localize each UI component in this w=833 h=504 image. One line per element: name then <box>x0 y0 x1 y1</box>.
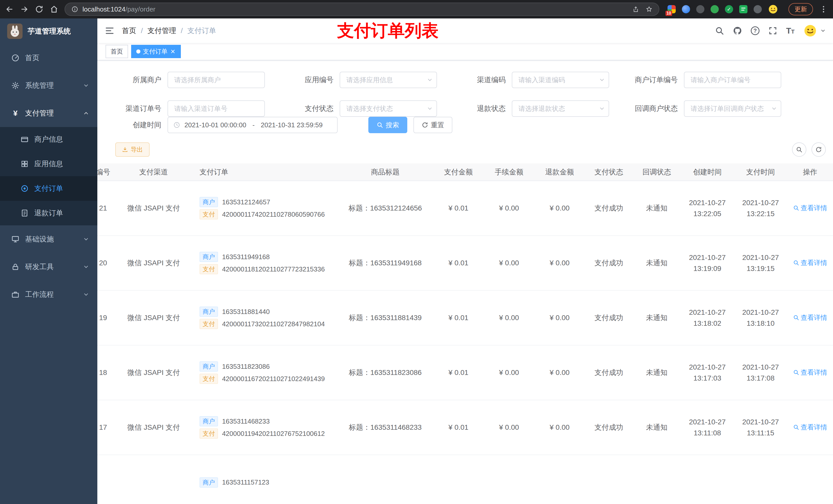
sidebar-item-app-info[interactable]: 应用信息 <box>0 152 97 176</box>
filter-field-merchant-order-no: 商户订单编号 <box>632 72 781 88</box>
extension-icon-blue[interactable] <box>682 5 690 13</box>
filter-label-notify-status: 回调商户状态 <box>632 104 684 114</box>
create-time-range-picker[interactable]: 2021-10-01 00:00:00 - 2021-10-31 23:59:5… <box>168 117 338 133</box>
extension-icon-check[interactable]: ✓ <box>725 5 733 13</box>
view-detail-link[interactable]: 查看详情 <box>793 313 827 322</box>
table-header-row: 编号支付渠道支付订单商品标题支付金额手续金额退款金额支付状态回调状态创建时间支付… <box>97 163 833 181</box>
cell-create-time: 2021-10-2713:11:08 <box>681 400 734 455</box>
table-body: 21微信 JSAPI 支付商户1635312124657支付4200001174… <box>97 181 833 504</box>
cell-action: 查看详情 <box>787 290 833 345</box>
table-toolbar: 导出 <box>97 133 833 157</box>
browser-profile-avatar[interactable] <box>768 4 778 14</box>
channel-order-no: 4200001194202110276752100612 <box>222 430 325 438</box>
sidebar-item-payment[interactable]: ¥支付管理 <box>0 99 97 127</box>
cell-empty <box>534 455 585 504</box>
channel-tag: 支付 <box>199 374 218 384</box>
sidebar-toggle-button[interactable] <box>97 19 122 43</box>
table-row: 18微信 JSAPI 支付商户1635311823086支付4200001167… <box>97 345 833 400</box>
cell-pay-status: 支付成功 <box>585 181 633 236</box>
refresh-table-button[interactable] <box>811 142 826 157</box>
app-no-select[interactable] <box>340 72 437 88</box>
channel-order-no: 4200001167202110271022491439 <box>222 375 325 383</box>
column-header-pay-status: 支付状态 <box>585 163 633 181</box>
site-info-icon[interactable] <box>71 6 78 13</box>
sidebar-item-home[interactable]: 首页 <box>0 44 97 72</box>
cell-refund-amount: ¥ 0.00 <box>534 345 585 400</box>
merchant-tag: 商户 <box>199 477 218 488</box>
channel-code-select[interactable] <box>512 72 609 88</box>
date-start[interactable]: 2021-10-01 00:00:00 <box>185 121 246 129</box>
cell-action: 查看详情 <box>787 181 833 236</box>
merchant-order-no-input[interactable] <box>684 72 781 88</box>
date-end[interactable]: 2021-10-31 23:59:59 <box>261 121 323 129</box>
cell-empty <box>433 455 484 504</box>
view-detail-link[interactable]: 查看详情 <box>793 203 827 213</box>
breadcrumb-item[interactable]: 支付管理 <box>147 26 176 35</box>
cell-notify-status: 未通知 <box>633 345 681 400</box>
github-icon[interactable] <box>733 26 742 35</box>
sidebar-item-label: 商户信息 <box>34 135 63 144</box>
briefcase-icon <box>11 290 20 298</box>
table-row: 21微信 JSAPI 支付商户1635312124657支付4200001174… <box>97 181 833 236</box>
target-icon <box>21 184 29 193</box>
app-logo[interactable]: 芋道管理系统 <box>0 19 97 44</box>
font-size-icon[interactable]: TT <box>786 27 794 35</box>
tag-home[interactable]: 首页 <box>105 45 128 58</box>
sidebar-menu: 首页系统管理¥支付管理商户信息应用信息支付订单退款订单基础设施研发工具工作流程 <box>0 44 97 308</box>
card-icon <box>21 135 29 143</box>
fullscreen-icon[interactable] <box>768 26 778 35</box>
extension-icon-pin[interactable] <box>754 5 762 13</box>
sidebar-item-system[interactable]: 系统管理 <box>0 72 97 99</box>
close-icon <box>170 49 176 54</box>
channel-order-no-input[interactable] <box>168 100 265 117</box>
sidebar-item-workflow[interactable]: 工作流程 <box>0 281 97 308</box>
channel-order-no: 4200001181202110277723215336 <box>222 265 325 273</box>
cell-fee-amount: ¥ 0.00 <box>484 345 534 400</box>
search-button[interactable]: 搜索 <box>368 117 407 133</box>
toggle-search-button[interactable] <box>792 142 806 157</box>
view-detail-link[interactable]: 查看详情 <box>793 258 827 267</box>
sidebar-item-infrastructure[interactable]: 基础设施 <box>0 225 97 253</box>
browser-forward-icon[interactable] <box>20 5 29 14</box>
breadcrumb-item[interactable]: 首页 <box>122 26 136 35</box>
breadcrumb-separator: / <box>141 27 143 35</box>
user-avatar-menu[interactable] <box>803 24 826 38</box>
address-bar[interactable]: localhost:1024/pay/order <box>65 3 659 16</box>
extension-icon-green[interactable] <box>711 5 719 13</box>
extension-icon-dark[interactable] <box>696 5 705 13</box>
url-text[interactable]: localhost:1024/pay/order <box>82 5 156 13</box>
filter-rows: 所属商户应用编号渠道编码商户订单编号渠道订单号支付状态退款状态回调商户状态 <box>115 72 825 117</box>
help-icon[interactable]: ? <box>751 26 760 35</box>
header-search-icon[interactable] <box>715 26 724 35</box>
filter-label-pay-status: 支付状态 <box>287 104 340 114</box>
browser-reload-icon[interactable] <box>35 5 44 14</box>
extension-icon-chat[interactable] <box>739 5 747 13</box>
browser-home-icon[interactable] <box>50 5 58 14</box>
sidebar-item-pay-order[interactable]: 支付订单 <box>0 176 97 201</box>
filter-field-channel-code: 渠道编码 <box>459 72 609 88</box>
filter-label-channel-code: 渠道编码 <box>459 75 512 85</box>
merchant-input[interactable] <box>168 72 265 88</box>
lock-icon <box>11 263 20 271</box>
extension-icon-colorful[interactable]: 10 <box>668 5 676 13</box>
view-detail-link[interactable]: 查看详情 <box>793 423 827 432</box>
sidebar-item-refund-order[interactable]: 退款订单 <box>0 201 97 225</box>
browser-menu-icon[interactable] <box>819 5 828 14</box>
sidebar-item-merchant-info[interactable]: 商户信息 <box>0 127 97 152</box>
export-button[interactable]: 导出 <box>115 142 149 157</box>
share-icon[interactable] <box>632 6 639 13</box>
view-detail-link[interactable]: 查看详情 <box>793 368 827 377</box>
user-avatar <box>803 24 817 38</box>
browser-back-icon[interactable] <box>5 5 14 14</box>
column-header-create-time: 创建时间 <box>681 163 734 181</box>
bookmark-star-icon[interactable] <box>645 6 653 13</box>
update-button[interactable]: 更新 <box>788 3 813 15</box>
pay-status-select[interactable] <box>340 100 437 117</box>
sidebar-item-dev-tools[interactable]: 研发工具 <box>0 253 97 281</box>
search-icon <box>377 122 383 128</box>
refund-status-select[interactable] <box>512 100 609 117</box>
notify-status-select[interactable] <box>684 100 781 117</box>
filter-label-merchant-order-no: 商户订单编号 <box>632 75 684 85</box>
tag-pay-order[interactable]: 支付订单 <box>131 45 181 58</box>
reset-button[interactable]: 重置 <box>413 117 452 133</box>
